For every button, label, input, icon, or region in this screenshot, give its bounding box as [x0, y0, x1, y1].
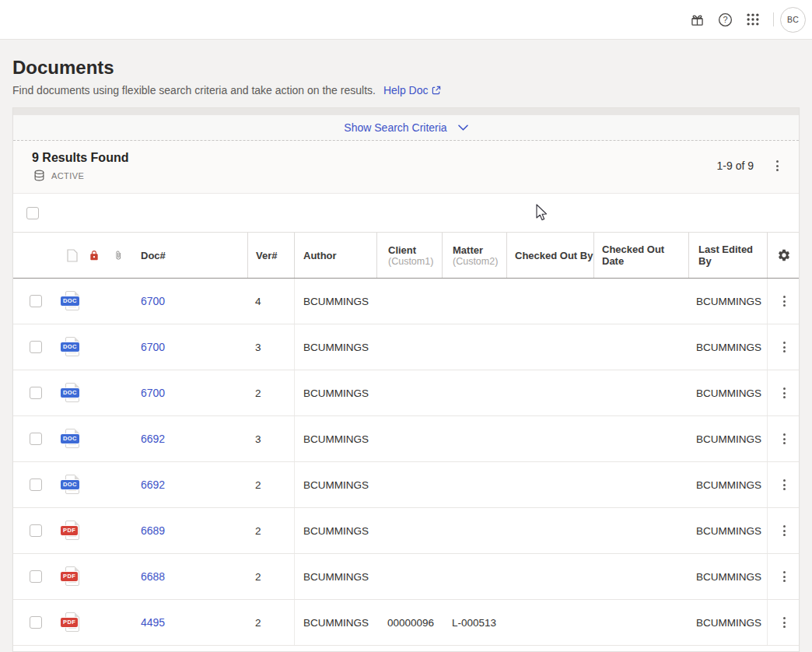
checked-out-date-cell: [593, 324, 688, 370]
apps-grid-icon: [745, 12, 761, 27]
author-cell: BCUMMINGS: [294, 370, 376, 415]
version-cell: 4: [247, 279, 294, 324]
row-actions-menu[interactable]: [776, 292, 792, 310]
doc-number-link[interactable]: 6692: [141, 433, 165, 445]
lock-icon: [89, 250, 100, 261]
column-header-doc-number[interactable]: Doc#: [141, 250, 166, 261]
row-actions-menu[interactable]: [776, 475, 792, 494]
row-actions-menu[interactable]: [776, 613, 792, 632]
file-type-icon: DOC: [61, 382, 81, 404]
row-actions-menu[interactable]: [776, 521, 792, 540]
row-actions-menu[interactable]: [776, 338, 792, 356]
client-cell: [376, 462, 442, 507]
column-header-checked-out-by[interactable]: Checked Out By: [506, 233, 593, 278]
table-row: PDF 4495 2 BCUMMINGS 00000096 L-000513 B…: [13, 600, 799, 646]
file-type-icon: PDF: [61, 566, 81, 587]
row-actions-menu[interactable]: [776, 567, 792, 586]
search-criteria-toggle[interactable]: Show Search Criteria: [13, 115, 799, 141]
doc-number-link[interactable]: 4495: [141, 616, 165, 629]
row-checkbox[interactable]: [30, 570, 42, 583]
select-all-checkbox[interactable]: [26, 207, 39, 219]
table-row: DOC 6700 3 BCUMMINGS BCUMMINGS: [13, 324, 799, 370]
search-criteria-toggle-label: Show Search Criteria: [344, 121, 446, 134]
matter-cell: [442, 416, 506, 461]
file-type-icon: DOC: [61, 336, 81, 358]
last-edited-by-cell: BCUMMINGS: [688, 416, 767, 461]
row-checkbox[interactable]: [30, 295, 42, 307]
top-app-bar: ? BC: [0, 0, 812, 40]
version-cell: 2: [247, 600, 294, 645]
column-settings-button[interactable]: [767, 233, 800, 278]
client-cell: [376, 554, 442, 599]
pagination-range: 1-9 of 9: [717, 159, 754, 172]
version-cell: 3: [247, 416, 294, 461]
results-count: 9 Results Found: [32, 151, 128, 165]
table-row: PDF 6689 2 BCUMMINGS BCUMMINGS: [13, 508, 799, 554]
file-type-icon: DOC: [61, 428, 81, 450]
doc-number-link[interactable]: 6692: [141, 478, 165, 491]
doc-number-link[interactable]: 6688: [141, 570, 165, 583]
matter-header-label: Matter: [453, 244, 483, 256]
checked-out-date-cell: [593, 462, 688, 507]
external-link-icon: [432, 86, 441, 95]
file-type-icon: PDF: [61, 520, 81, 542]
doc-number-link[interactable]: 6700: [141, 341, 165, 353]
version-cell: 2: [247, 554, 294, 599]
results-header: 9 Results Found ACTIVE 1-9 of 9: [13, 141, 799, 194]
help-doc-link[interactable]: Help Doc: [383, 84, 441, 96]
table-row: PDF 6688 2 BCUMMINGS BCUMMINGS: [13, 554, 799, 600]
last-edited-by-cell: BCUMMINGS: [688, 324, 767, 370]
select-all-band: [13, 194, 799, 232]
column-header-checked-out-date[interactable]: Checked Out Date: [593, 233, 688, 278]
row-checkbox[interactable]: [30, 616, 42, 629]
matter-cell: [442, 279, 506, 324]
client-cell: [376, 370, 442, 415]
row-checkbox[interactable]: [30, 341, 42, 353]
svg-text:?: ?: [723, 15, 727, 24]
doc-number-link[interactable]: 6689: [141, 524, 165, 537]
doc-number-link[interactable]: 6700: [141, 295, 165, 307]
author-cell: BCUMMINGS: [294, 324, 376, 370]
matter-cell: [442, 370, 506, 415]
table-header: Doc# Ver# Author Client (Custom1) Matter…: [13, 232, 799, 279]
row-actions-menu[interactable]: [776, 384, 792, 402]
row-checkbox[interactable]: [30, 433, 42, 445]
column-header-matter[interactable]: Matter (Custom2): [442, 233, 506, 278]
client-cell: [376, 279, 442, 324]
column-header-client[interactable]: Client (Custom1): [376, 233, 442, 278]
column-header-version[interactable]: Ver#: [247, 233, 294, 278]
checked-out-by-cell: [506, 462, 593, 507]
checked-out-by-cell: [506, 600, 593, 645]
last-edited-by-cell: BCUMMINGS: [688, 462, 767, 507]
doc-number-link[interactable]: 6700: [141, 387, 165, 399]
client-header-sublabel: (Custom1): [388, 256, 433, 267]
matter-cell: L-000513: [442, 600, 506, 645]
client-cell: 00000096: [376, 600, 442, 645]
page-subtitle: Find documents using flexible search cri…: [12, 84, 376, 96]
column-header-author[interactable]: Author: [294, 233, 376, 278]
checked-out-by-cell: [506, 279, 593, 324]
version-cell: 2: [247, 462, 294, 507]
version-cell: 3: [247, 324, 294, 370]
row-checkbox[interactable]: [30, 387, 42, 399]
attachment-icon: [114, 249, 123, 261]
gear-icon: [777, 248, 791, 262]
version-cell: 2: [247, 370, 294, 415]
file-type-badge: PDF: [61, 572, 78, 581]
table-row: DOC 6692 3 BCUMMINGS BCUMMINGS: [13, 416, 799, 462]
row-checkbox[interactable]: [30, 478, 42, 491]
app-launcher-button[interactable]: [739, 5, 767, 33]
whats-new-button[interactable]: [683, 5, 711, 33]
column-header-last-edited-by[interactable]: Last Edited By: [688, 233, 767, 278]
help-doc-link-label: Help Doc: [383, 84, 429, 96]
row-checkbox[interactable]: [30, 524, 42, 537]
last-edited-by-cell: BCUMMINGS: [688, 279, 767, 324]
version-cell: 2: [247, 508, 294, 553]
table-row: DOC 6692 2 BCUMMINGS BCUMMINGS: [13, 462, 799, 508]
table-row: DOC 6700 2 BCUMMINGS BCUMMINGS: [13, 370, 799, 416]
row-actions-menu[interactable]: [776, 429, 792, 448]
results-actions-menu[interactable]: [769, 156, 785, 175]
file-type-badge: DOC: [61, 388, 79, 398]
help-button[interactable]: ?: [711, 5, 739, 33]
user-avatar[interactable]: BC: [780, 7, 806, 33]
